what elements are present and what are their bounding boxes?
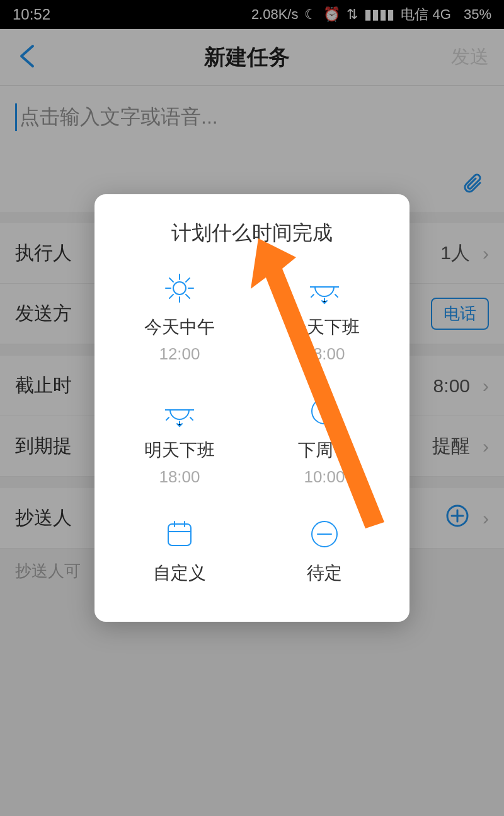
time-picker-modal: 计划什么时间完成 今天中午 12:00 今天下班 18:00 — [94, 194, 410, 622]
svg-line-9 — [169, 278, 173, 282]
calendar-icon — [158, 512, 202, 556]
minus-circle-icon — [302, 512, 346, 556]
clock-icon — [302, 389, 346, 433]
option-time: 18:00 — [159, 467, 200, 487]
svg-line-10 — [186, 294, 190, 298]
sunset-icon — [158, 389, 202, 433]
svg-point-4 — [173, 282, 186, 294]
svg-line-15 — [311, 294, 314, 297]
svg-rect-22 — [168, 524, 191, 545]
option-time: 18:00 — [304, 344, 345, 364]
option-label: 自定义 — [153, 561, 206, 585]
option-pending[interactable]: 待定 — [252, 512, 397, 590]
option-today-noon[interactable]: 今天中午 12:00 — [107, 266, 252, 364]
sunset-icon — [302, 266, 346, 310]
sun-icon — [158, 266, 202, 310]
modal-overlay[interactable]: 计划什么时间完成 今天中午 12:00 今天下班 18:00 — [0, 0, 504, 816]
option-time: 12:00 — [159, 344, 200, 364]
option-label: 待定 — [307, 561, 342, 585]
time-options-grid: 今天中午 12:00 今天下班 18:00 明天下班 18:00 — [107, 266, 397, 590]
option-next-monday[interactable]: 下周一 10:00 — [252, 389, 397, 487]
svg-line-20 — [190, 417, 193, 420]
option-label: 下周一 — [298, 438, 351, 462]
modal-title: 计划什么时间完成 — [107, 219, 397, 247]
option-label: 今天下班 — [289, 315, 360, 339]
option-custom[interactable]: 自定义 — [107, 512, 252, 590]
option-tomorrow-offwork[interactable]: 明天下班 18:00 — [107, 389, 252, 487]
option-time: 10:00 — [304, 467, 345, 487]
option-label: 今天中午 — [144, 315, 215, 339]
svg-line-19 — [166, 417, 169, 420]
option-label: 明天下班 — [144, 438, 215, 462]
option-today-offwork[interactable]: 今天下班 18:00 — [252, 266, 397, 364]
svg-line-12 — [169, 294, 173, 298]
svg-line-11 — [186, 278, 190, 282]
svg-line-16 — [335, 294, 338, 297]
